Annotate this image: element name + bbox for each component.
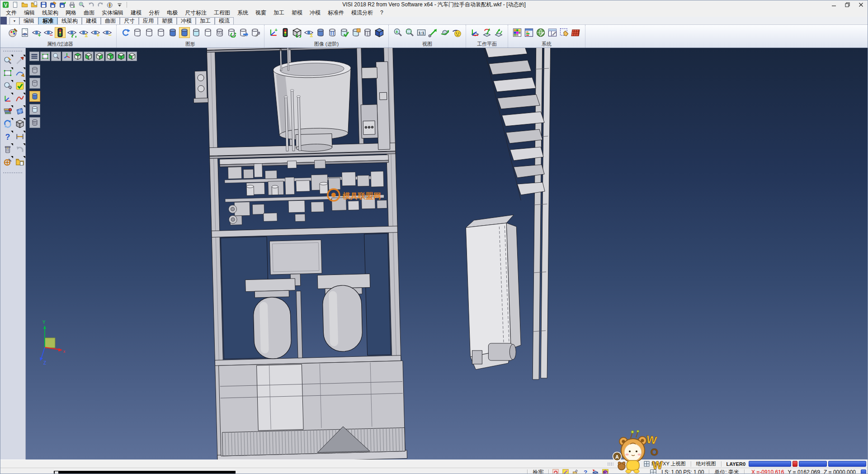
menu-item-18[interactable]: 模流分析	[348, 9, 377, 17]
menu-item-4[interactable]: 网格	[62, 9, 80, 17]
spline-red-icon[interactable]	[15, 94, 24, 103]
snap-lock-cell[interactable]: 拴牢	[529, 469, 547, 474]
plane-axes-icon[interactable]	[470, 28, 480, 38]
vector-arrow-icon[interactable]	[428, 28, 438, 38]
statusbar-grip[interactable]	[607, 462, 613, 466]
cyl-refresh-icon[interactable]	[121, 28, 131, 38]
tab-建模[interactable]: 建模	[82, 17, 101, 24]
cyl-white-icon[interactable]	[203, 28, 213, 38]
layer-cell[interactable]: LAYER0	[723, 461, 749, 467]
tab-模流[interactable]: 模流	[215, 17, 234, 24]
cyl-blue-icon[interactable]	[179, 28, 189, 38]
tab-应用[interactable]: 应用	[139, 17, 158, 24]
cyl-mesh-icon[interactable]	[363, 28, 373, 38]
restore-button[interactable]	[840, 1, 854, 9]
traffic-light-icon[interactable]	[55, 28, 65, 38]
menu-item-11[interactable]: 工程图	[210, 9, 234, 17]
new-doc-icon[interactable]	[11, 1, 19, 8]
display-mode-hidden-line-button[interactable]	[29, 78, 40, 89]
cyl-cyan-icon[interactable]	[191, 28, 201, 38]
ref-red-icon[interactable]	[552, 469, 560, 474]
cyl-wire-icon[interactable]	[156, 28, 166, 38]
plane-rotate-icon[interactable]	[482, 28, 492, 38]
cube-left-button[interactable]	[94, 52, 104, 61]
hand-tool-icon[interactable]	[571, 469, 580, 474]
cyl-wire-icon[interactable]	[144, 28, 154, 38]
eye-refresh-icon[interactable]	[67, 28, 77, 38]
palette-filter-icon[interactable]	[8, 28, 18, 38]
layers-palette-icon[interactable]	[3, 107, 12, 116]
menu-item-15[interactable]: 塑模	[288, 9, 306, 17]
cyl-recycle-icon[interactable]	[226, 28, 236, 38]
print-icon[interactable]	[68, 1, 76, 8]
minimize-button[interactable]	[827, 1, 840, 9]
menu-item-2[interactable]: 编辑	[20, 9, 38, 17]
cyl-blue-icon[interactable]	[168, 28, 178, 38]
menu-item-16[interactable]: 冲模	[306, 9, 324, 17]
wheel-tools-icon[interactable]	[3, 157, 12, 166]
cube-bottom-button[interactable]	[84, 52, 94, 61]
cube-blue-icon[interactable]	[374, 28, 384, 38]
traffic-light-icon[interactable]	[280, 28, 290, 38]
table-tools-icon[interactable]	[547, 28, 557, 38]
view-face-icon[interactable]	[452, 28, 462, 38]
cube-right-button[interactable]	[105, 52, 115, 61]
confirm-check-icon[interactable]	[15, 81, 24, 90]
menu-item-6[interactable]: 实体编辑	[98, 9, 127, 17]
undo-back-icon[interactable]	[15, 145, 24, 154]
close-button[interactable]	[854, 1, 868, 9]
origin-axes-button[interactable]	[62, 52, 72, 61]
menu-item-17[interactable]: 标准件	[324, 9, 348, 17]
tab-冲模[interactable]: 冲模	[177, 17, 196, 24]
menu-item-13[interactable]: 视窗	[252, 9, 270, 17]
cyl-wire-icon[interactable]	[132, 28, 142, 38]
cube-gray-icon[interactable]	[15, 119, 24, 128]
pencil-spline-icon[interactable]	[15, 69, 24, 78]
display-mode-wireframe-button[interactable]	[29, 65, 40, 76]
move-axes-icon[interactable]	[3, 94, 12, 103]
scale-cell[interactable]: LS: 1.00 PS: 1.00	[658, 469, 707, 474]
save-icon[interactable]	[40, 1, 47, 8]
cube-side-button[interactable]	[127, 52, 137, 61]
orbit-icon[interactable]	[440, 28, 450, 38]
display-mode-shaded-button[interactable]	[29, 91, 40, 102]
menu-item-9[interactable]: 电极	[163, 9, 181, 17]
view-fit-button[interactable]	[40, 52, 50, 61]
zoom-search-button[interactable]	[51, 52, 61, 61]
visi-logo-icon[interactable]: V	[2, 1, 9, 8]
export-box-icon[interactable]	[591, 469, 599, 474]
zoom-edit-icon[interactable]	[3, 56, 12, 65]
zoom-11-icon[interactable]: 1:1	[416, 28, 426, 38]
cyl-striped-icon[interactable]	[327, 28, 337, 38]
redo-icon[interactable]	[97, 1, 104, 8]
display-mode-shaded-light-button[interactable]	[29, 104, 40, 115]
trash-icon[interactable]	[3, 145, 12, 154]
wand-icon[interactable]	[561, 469, 570, 474]
tab-编辑[interactable]: 编辑	[19, 17, 38, 24]
preview-icon[interactable]	[78, 1, 85, 8]
save-export-icon[interactable]	[59, 1, 66, 8]
folder-doc-icon[interactable]	[15, 157, 24, 166]
doc-eye-icon[interactable]	[20, 28, 30, 38]
refresh-sync-icon[interactable]	[3, 119, 12, 128]
menu-item-3[interactable]: 线架构	[38, 9, 62, 17]
eye-minus-icon[interactable]: −	[102, 28, 112, 38]
display-mode-hatched-button[interactable]	[29, 117, 40, 128]
cube-purple-icon[interactable]	[601, 469, 609, 474]
eye-remove-icon[interactable]: −	[43, 28, 53, 38]
select-rect-icon[interactable]	[3, 69, 12, 78]
axes-add-icon[interactable]: +	[269, 28, 278, 38]
eye-plusminus-icon[interactable]: ±	[79, 28, 89, 38]
view-orientation-cell[interactable]: 绝对 XY 上视图	[641, 460, 689, 467]
tab-曲面[interactable]: 曲面	[101, 17, 120, 24]
menu-item-7[interactable]: 建模	[127, 9, 145, 17]
cyl-solid-icon[interactable]	[316, 28, 326, 38]
globe-tools-icon[interactable]	[536, 28, 546, 38]
cube-front-button[interactable]	[116, 52, 126, 61]
tab-标准[interactable]: 标准	[38, 17, 57, 24]
menu-item-12[interactable]: 系统	[234, 9, 252, 17]
tab-尺寸[interactable]: 尺寸	[120, 17, 139, 24]
menu-item-19[interactable]: ?	[377, 9, 387, 16]
zoom-window-icon[interactable]	[405, 28, 415, 38]
eye-plusminus-icon[interactable]: ±	[304, 28, 314, 38]
